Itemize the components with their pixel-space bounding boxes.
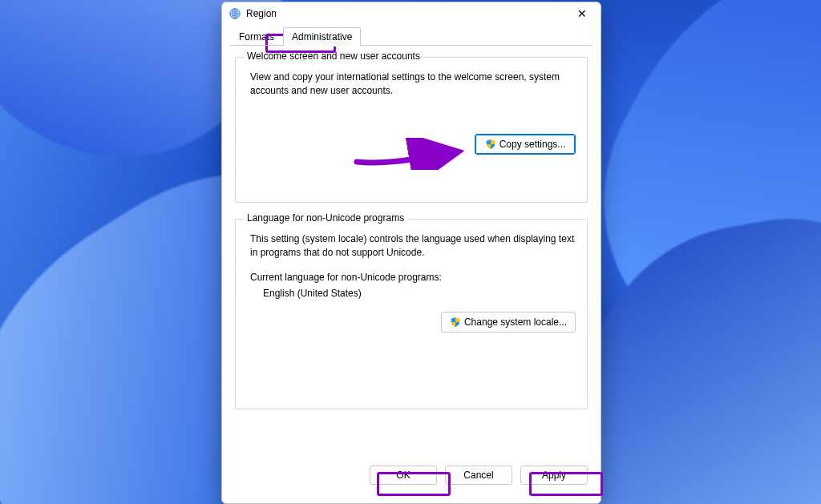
tab-administrative[interactable]: Administrative [283,27,361,46]
desktop-background: Region ✕ Formats Administrative Welcome … [0,0,821,504]
button-label: Cancel [463,470,493,481]
button-label: OK [396,470,410,481]
group-description: View and copy your international setting… [250,71,576,99]
group-welcome-screen: Welcome screen and new user accounts Vie… [235,57,588,203]
apply-button[interactable]: Apply [520,466,588,485]
group-description: This setting (system locale) controls th… [250,232,576,260]
ok-button[interactable]: OK [370,466,437,485]
copy-settings-button[interactable]: Copy settings... [475,134,576,155]
uac-shield-icon [450,317,461,328]
close-button[interactable]: ✕ [565,2,599,25]
group-legend: Welcome screen and new user accounts [244,50,423,62]
tab-label: Administrative [292,31,352,42]
button-label: Apply [542,470,566,481]
change-system-locale-button[interactable]: Change system locale... [441,312,576,333]
button-label: Change system locale... [464,317,567,328]
uac-shield-icon [485,139,496,150]
cancel-button[interactable]: Cancel [445,466,512,485]
region-dialog: Region ✕ Formats Administrative Welcome … [221,2,601,504]
current-language-value: English (United States) [263,288,576,299]
close-icon: ✕ [577,7,587,20]
button-label: Copy settings... [499,139,566,150]
group-non-unicode: Language for non-Unicode programs This s… [235,219,588,409]
tabstrip: Formats Administrative [222,25,601,46]
region-icon [229,7,241,20]
tab-formats[interactable]: Formats [230,27,283,46]
current-language-label: Current language for non-Unicode program… [250,272,576,283]
tab-content: Welcome screen and new user accounts Vie… [222,46,601,455]
dialog-footer: OK Cancel Apply [222,455,601,503]
titlebar[interactable]: Region ✕ [222,2,601,25]
group-legend: Language for non-Unicode programs [244,212,407,224]
window-title: Region [246,8,565,19]
tab-label: Formats [239,31,274,42]
